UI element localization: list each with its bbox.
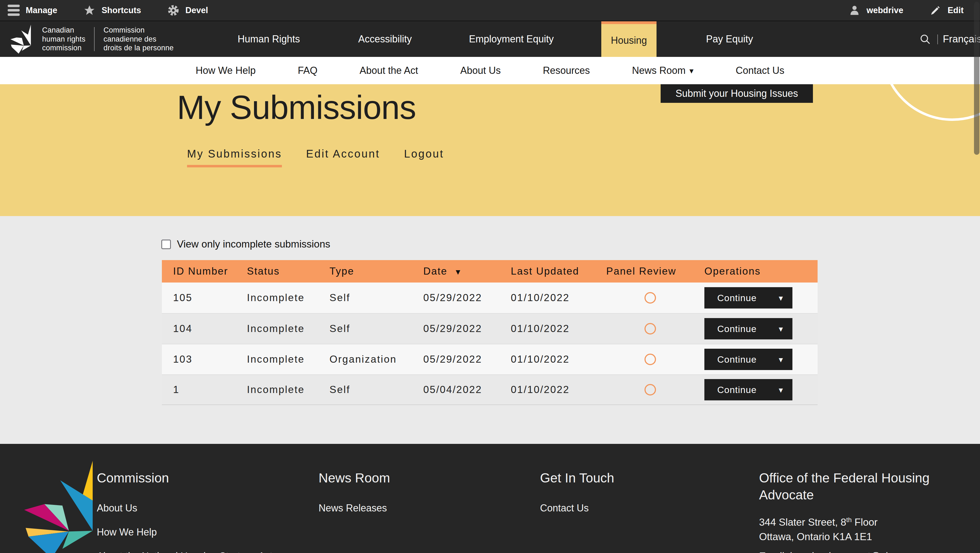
subnav-item-about-us[interactable]: About Us xyxy=(460,65,501,76)
cell-id: 105 xyxy=(162,292,247,304)
brand-divider xyxy=(94,27,95,51)
continue-button[interactable]: Continue ▾ xyxy=(705,318,792,339)
subnav-item-faq[interactable]: FAQ xyxy=(298,65,317,76)
cell-type: Self xyxy=(329,384,423,395)
submissions-table: ID Number Status Type Date ▼ Last Update… xyxy=(162,260,818,405)
panel-review-indicator xyxy=(644,292,656,304)
continue-button[interactable]: Continue ▾ xyxy=(705,349,792,370)
cell-status: Incomplete xyxy=(247,292,329,304)
subnav-item-news-room[interactable]: News Room ▾ xyxy=(632,65,694,76)
subnav-item-contact-us[interactable]: Contact Us xyxy=(735,65,784,76)
footer-link-how-we-help[interactable]: How We Help xyxy=(97,526,318,538)
nav-item-employment-equity[interactable]: Employment Equity xyxy=(469,21,554,57)
col-header-operations: Operations xyxy=(705,266,818,277)
col-header-date[interactable]: Date ▼ xyxy=(423,266,511,277)
footer-link-about-nhsa[interactable]: About the National Housing Strategy Act xyxy=(97,551,318,553)
hamburger-icon xyxy=(8,5,20,16)
continue-button[interactable]: Continue ▾ xyxy=(705,379,792,400)
site-header: Canadian human rights commission Commiss… xyxy=(0,21,980,57)
panel-review-indicator xyxy=(644,384,656,395)
main-content: View only incomplete submissions ID Numb… xyxy=(0,216,980,444)
subnav-item-about-the-act[interactable]: About the Act xyxy=(360,65,418,76)
footer-link-about-us[interactable]: About Us xyxy=(97,502,318,514)
admin-manage-button[interactable]: Manage xyxy=(8,5,57,16)
incomplete-filter: View only incomplete submissions xyxy=(161,239,330,250)
admin-devel-button[interactable]: Devel xyxy=(167,4,208,16)
admin-edit-label: Edit xyxy=(947,5,964,15)
footer-link-news-releases[interactable]: News Releases xyxy=(318,502,540,514)
panel-review-indicator xyxy=(644,354,656,365)
submit-housing-issues-button[interactable]: Submit your Housing Issues xyxy=(660,84,813,103)
admin-shortcuts-label: Shortcuts xyxy=(102,5,141,15)
cell-date: 05/29/2022 xyxy=(423,354,511,365)
incomplete-filter-checkbox[interactable] xyxy=(161,239,171,249)
cell-date: 05/04/2022 xyxy=(423,384,511,395)
nav-item-human-rights[interactable]: Human Rights xyxy=(238,21,300,57)
tab-my-submissions[interactable]: My Submissions xyxy=(187,148,282,167)
col-header-last-updated[interactable]: Last Updated xyxy=(511,266,606,277)
vertical-scrollbar[interactable] xyxy=(974,2,980,155)
subnav-item-resources[interactable]: Resources xyxy=(543,65,590,76)
admin-toolbar-left: Manage Shortcuts Devel xyxy=(8,4,208,16)
cell-last-updated: 01/10/2022 xyxy=(511,292,606,304)
cell-status: Incomplete xyxy=(247,323,329,335)
cell-date: 05/29/2022 xyxy=(423,323,511,335)
continue-dropdown-caret[interactable]: ▾ xyxy=(773,324,783,334)
cell-last-updated: 01/10/2022 xyxy=(511,323,606,335)
table-row: 1 Incomplete Self 05/04/2022 01/10/2022 … xyxy=(162,375,818,405)
admin-edit-button[interactable]: Edit xyxy=(929,4,964,16)
cell-id: 1 xyxy=(162,384,247,395)
tab-edit-account[interactable]: Edit Account xyxy=(306,148,380,167)
office-email: Email: housing-logement@chrc-ccdp.gc.ca xyxy=(759,551,940,553)
table-row: 104 Incomplete Self 05/29/2022 01/10/202… xyxy=(162,313,818,344)
continue-button[interactable]: Continue ▾ xyxy=(705,287,792,309)
tab-logout[interactable]: Logout xyxy=(404,148,444,167)
admin-shortcuts-button[interactable]: Shortcuts xyxy=(83,4,141,16)
subnav-item-how-we-help[interactable]: How We Help xyxy=(196,65,256,76)
footer-col-news-room: News Room News Releases xyxy=(318,444,540,553)
admin-user-button[interactable]: webdrive xyxy=(848,4,903,16)
footer-col-office: Office of the Federal Housing Advocate 3… xyxy=(759,444,940,553)
admin-toolbar-right: webdrive Edit xyxy=(848,4,964,16)
search-icon[interactable] xyxy=(919,33,931,45)
footer-col-commission: Commission About Us How We Help About th… xyxy=(97,444,318,553)
continue-dropdown-caret[interactable]: ▾ xyxy=(773,293,783,303)
col-header-id[interactable]: ID Number xyxy=(162,266,247,277)
brand-name-fr: Commission canadienne des droits de la p… xyxy=(103,26,173,52)
user-icon xyxy=(848,4,861,16)
page-title: My Submissions xyxy=(177,88,416,127)
admin-manage-label: Manage xyxy=(26,5,57,15)
footer-heading-commission: Commission xyxy=(97,470,318,486)
section-subnav: How We Help FAQ About the Act About Us R… xyxy=(0,57,980,84)
footer-heading-get-in-touch: Get In Touch xyxy=(540,470,759,486)
cell-last-updated: 01/10/2022 xyxy=(511,384,606,395)
continue-dropdown-caret[interactable]: ▾ xyxy=(773,355,783,364)
nav-item-pay-equity[interactable]: Pay Equity xyxy=(706,21,753,57)
footer-columns: Commission About Us How We Help About th… xyxy=(97,444,969,553)
cell-type: Organization xyxy=(329,354,423,365)
footer-link-contact-us[interactable]: Contact Us xyxy=(540,502,759,514)
table-row: 103 Incomplete Organization 05/29/2022 0… xyxy=(162,344,818,375)
cell-last-updated: 01/10/2022 xyxy=(511,354,606,365)
pencil-icon xyxy=(929,4,942,16)
star-icon xyxy=(83,4,95,16)
brand-name-en: Canadian human rights commission xyxy=(42,26,85,52)
panel-review-indicator xyxy=(644,323,656,335)
gear-icon xyxy=(167,4,180,16)
cell-id: 103 xyxy=(162,354,247,365)
language-divider xyxy=(937,35,938,44)
table-row: 105 Incomplete Self 05/29/2022 01/10/202… xyxy=(162,282,818,313)
continue-dropdown-caret[interactable]: ▾ xyxy=(773,385,783,395)
cell-date: 05/29/2022 xyxy=(423,292,511,304)
footer-col-get-in-touch: Get In Touch Contact Us xyxy=(540,444,759,553)
admin-user-label: webdrive xyxy=(867,5,903,15)
nav-item-housing[interactable]: Housing xyxy=(601,21,657,57)
footer-heading-office: Office of the Federal Housing Advocate xyxy=(759,470,940,504)
col-header-status[interactable]: Status xyxy=(247,266,329,277)
footer-heading-news-room: News Room xyxy=(318,470,540,486)
nav-item-accessibility[interactable]: Accessibility xyxy=(358,21,412,57)
site-logo[interactable]: Canadian human rights commission Commiss… xyxy=(8,21,173,57)
site-footer: Commission About Us How We Help About th… xyxy=(0,444,980,553)
cell-status: Incomplete xyxy=(247,384,329,395)
col-header-type[interactable]: Type xyxy=(329,266,423,277)
